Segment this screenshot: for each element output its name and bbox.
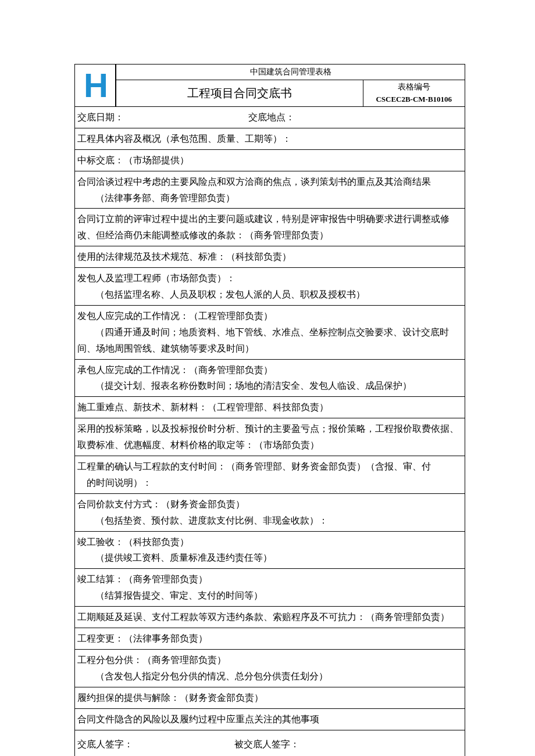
employer-work-detail: （四通开通及时间；地质资料、地下管线、水准点、坐标控制点交验要求、设计交底时间、… [77,327,449,353]
construction-cell: 施工重难点、新技术、新材料：（工程管理部、科技部负责） [75,397,465,418]
date-place-row: 交底日期： 交底地点： [75,107,465,128]
header-content: 中国建筑合同管理表格 工程项目合同交底书 表格编号 CSCEC2B-CM-B10… [116,65,465,107]
row-contractor-work: 承包人应完成的工作情况：（商务管理部负责） （提交计划、报表名称份数时间；场地的… [75,359,465,397]
row-payment-time: 工程量的确认与工程款的支付时间：（商务管理部、财务资金部负责）（含报、审、付 的… [75,456,465,494]
bidding-strategy-cell: 采用的投标策略，以及投标报价时分析、预计的主要盈亏点；报价策略，工程报价取费依据… [75,418,465,456]
header-org-row: 中国建筑合同管理表格 [116,65,465,80]
payment-time-detail: 的时间说明）： [87,475,464,491]
form-no-table: 表格编号 CSCEC2B-CM-B10106 [363,81,465,105]
payment-method-text: 合同价款支付方式：（财务资金部负责） [77,499,245,509]
row-negotiation: 合同洽谈过程中考虑的主要风险点和双方洽商的焦点，谈判策划书的重点及其洽商结果 （… [75,171,465,209]
payment-method-detail: （包括垫资、预付款、进度款支付比例、非现金收款）： [77,513,463,529]
row-delay: 工期顺延及延误、支付工程款等双方违约条款、索赔程序及不可抗力：（商务管理部负责） [75,607,465,628]
negotiation-text: 合同洽谈过程中考虑的主要风险点和双方洽商的焦点，谈判策划书的重点及其洽商结果 [77,177,431,187]
row-risk: 合同文件隐含的风险以及履约过程中应重点关注的其他事项 [75,708,465,730]
row-completion-accept: 竣工验收：（科技部负责） （提供竣工资料、质量标准及违约责任等） [75,531,465,569]
employer-detail: （包括监理名称、人员及职权；发包人派的人员、职权及授权书） [77,286,463,303]
row-standards: 使用的法律规范及技术规范、标准：（科技部负责） [75,246,465,268]
doc-title: 工程项目合同交底书 [116,80,363,106]
contractor-work-detail: （提交计划、报表名称份数时间；场地的清洁安全、发包人临设、成品保护） [77,378,463,394]
delay-cell: 工期顺延及延误、支付工程款等双方违约条款、索赔程序及不可抗力：（商务管理部负责） [75,607,465,628]
completion-accept-text: 竣工验收：（科技部负责） [77,537,189,547]
change-cell: 工程变更：（法律事务部负责） [75,628,465,650]
signature-row: 交底人签字： 被交底人签字： [75,730,465,756]
scope-cell: 工程具体内容及概况（承包范围、质量、工期等）： [75,128,465,149]
receiver-label: 被交底人签字： [234,736,299,753]
negotiation-resp: （法律事务部、商务管理部负责） [77,190,463,206]
form-table: H 中国建筑合同管理表格 工程项目合同交底书 表格编号 CSCEC2B-CM-B… [74,64,465,756]
org-title: 中国建筑合同管理表格 [116,65,465,80]
row-review: 合同订立前的评审过程中提出的主要问题或建议，特别是评审报告中明确要求进行调整或修… [75,209,465,246]
completion-settlement-text: 竣工结算：（商务管理部负责） [77,574,208,584]
row-employer-work: 发包人应完成的工作情况：（工程管理部负责） （四通开通及时间；地质资料、地下管线… [75,305,465,359]
standards-cell: 使用的法律规范及技术规范、标准：（科技部负责） [75,246,465,268]
payment-time-text: 工程量的确认与工程款的支付时间：（商务管理部、财务资金部负责）（含报、审、付 [77,461,431,471]
date-label: 交底日期： [77,109,124,126]
row-guarantee: 履约担保的提供与解除：（财务资金部负责） [75,687,465,708]
completion-accept-detail: （提供竣工资料、质量标准及违约责任等） [77,550,463,566]
row-bid: 中标交底：（市场部提供） [75,149,465,171]
completion-settlement-detail: （结算报告提交、审定、支付的时间等） [77,587,463,604]
row-subcontract: 工程分包分供：（商务管理部负责） （含发包人指定分包分供的情况、总分包分供责任划… [75,649,465,687]
place-label: 交底地点： [248,109,295,126]
header-title-row: 工程项目合同交底书 表格编号 CSCEC2B-CM-B10106 [116,80,465,106]
subcontract-text: 工程分包分供：（商务管理部负责） [77,655,226,665]
signer-label: 交底人签字： [77,739,133,749]
row-completion-settlement: 竣工结算：（商务管理部负责） （结算报告提交、审定、支付的时间等） [75,569,465,607]
row-scope: 工程具体内容及概况（承包范围、质量、工期等）： [75,128,465,149]
guarantee-cell: 履约担保的提供与解除：（财务资金部负责） [75,687,465,708]
subcontract-detail: （含发包人指定分包分供的情况、总分包分供责任划分） [77,668,463,685]
logo-icon: H [75,69,115,102]
header-sub-table: 中国建筑合同管理表格 工程项目合同交底书 表格编号 CSCEC2B-CM-B10… [116,65,465,106]
form-no-value: CSCEC2B-CM-B10106 [363,94,465,105]
row-construction: 施工重难点、新技术、新材料：（工程管理部、科技部负责） [75,397,465,418]
row-payment-method: 合同价款支付方式：（财务资金部负责） （包括垫资、预付款、进度款支付比例、非现金… [75,493,465,531]
row-bidding-strategy: 采用的投标策略，以及投标报价时分析、预计的主要盈亏点；报价策略，工程报价取费依据… [75,418,465,456]
contractor-work-text: 承包人应完成的工作情况：（商务管理部负责） [77,365,273,375]
bid-cell: 中标交底：（市场部提供） [75,149,465,171]
review-cell: 合同订立前的评审过程中提出的主要问题或建议，特别是评审报告中明确要求进行调整或修… [75,209,465,246]
form-no-cell: 表格编号 CSCEC2B-CM-B10106 [363,80,465,106]
row-employer: 发包人及监理工程师（市场部负责）： （包括监理名称、人员及职权；发包人派的人员、… [75,268,465,306]
row-change: 工程变更：（法律事务部负责） [75,628,465,650]
employer-work-text: 发包人应完成的工作情况：（工程管理部负责） [77,311,273,321]
logo-cell: H [75,65,116,107]
header-row: H 中国建筑合同管理表格 工程项目合同交底书 表格编号 CSCEC2B-CM-B… [75,65,465,107]
form-no-label: 表格编号 [363,81,465,94]
employer-text: 发包人及监理工程师（市场部负责）： [77,273,236,283]
risk-cell: 合同文件隐含的风险以及履约过程中应重点关注的其他事项 [75,708,465,730]
